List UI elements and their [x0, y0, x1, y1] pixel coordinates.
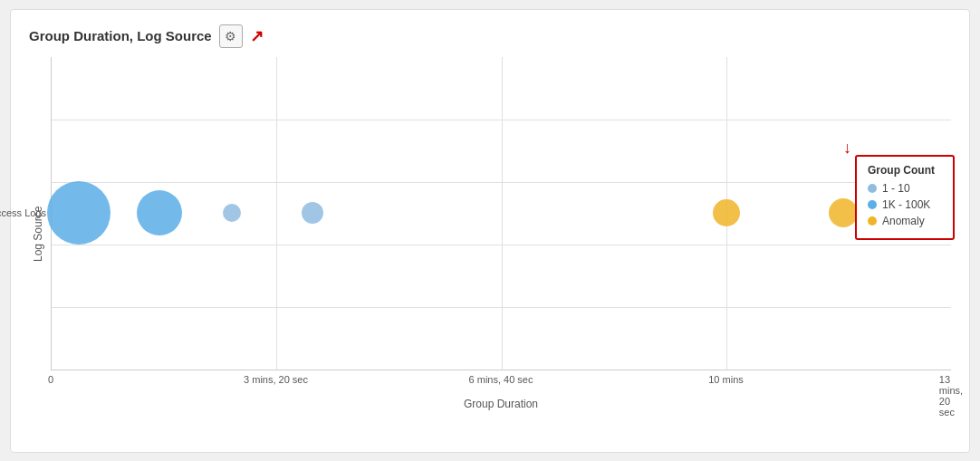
legend-item: 1 - 10	[868, 182, 942, 195]
card-header: Group Duration, Log Source ⚙ ↗	[29, 24, 951, 48]
bubble-1	[137, 190, 182, 235]
y-axis-label: Log Source	[29, 57, 47, 410]
grid-line-vertical	[276, 57, 277, 370]
grid-line-vertical	[502, 57, 503, 370]
legend-item: 1K - 100K	[868, 198, 942, 211]
legend-title: Group Count	[868, 164, 942, 177]
x-tick-label: 6 mins, 40 sec	[469, 374, 533, 385]
legend-items: 1 - 10 1K - 100K Anomaly	[868, 182, 942, 227]
x-tick-label: 0	[48, 374, 53, 385]
bubble-2	[223, 204, 241, 222]
legend-dot	[868, 216, 877, 226]
chart-card: Group Duration, Log Source ⚙ ↗ Log Sourc…	[10, 9, 970, 453]
chart-inner: FMW WLS Server Access Logs 03 mins, 20 s…	[51, 57, 951, 410]
gear-button[interactable]: ⚙	[219, 24, 243, 48]
legend-dot	[868, 200, 877, 209]
x-axis-label: Group Duration	[51, 398, 951, 410]
grid-line-horizontal	[52, 182, 951, 183]
grid-line-horizontal	[52, 120, 951, 120]
x-axis: 03 mins, 20 sec6 mins, 40 sec10 mins13 m…	[51, 374, 951, 394]
legend-arrow-indicator: ↓	[843, 139, 851, 158]
bubble-5	[829, 198, 858, 227]
x-tick-label: 3 mins, 20 sec	[244, 374, 308, 385]
legend-item-label: 1 - 10	[882, 182, 910, 195]
bubble-4	[713, 199, 740, 226]
card-title: Group Duration, Log Source	[29, 28, 212, 43]
legend-item-label: Anomaly	[882, 215, 925, 227]
bubble-0	[47, 181, 110, 245]
grid-line-horizontal	[52, 307, 951, 308]
header-arrow-indicator: ↗	[250, 26, 264, 46]
x-tick-label: 10 mins	[708, 374, 744, 385]
row-label: FMW WLS Server Access Logs	[0, 207, 46, 218]
legend-dot	[868, 184, 877, 193]
legend: Group Count 1 - 10 1K - 100K Anomaly	[855, 155, 955, 240]
gear-icon: ⚙	[225, 29, 236, 43]
chart-area: Log Source FMW WLS Server Access Logs 03…	[29, 57, 951, 410]
legend-item-label: 1K - 100K	[882, 198, 930, 211]
legend-item: Anomaly	[868, 215, 942, 227]
bubble-3	[302, 202, 323, 224]
x-tick-label: 13 mins, 20 sec	[939, 374, 963, 418]
grid-line-horizontal	[52, 245, 951, 245]
plot-area: FMW WLS Server Access Logs	[51, 57, 951, 370]
